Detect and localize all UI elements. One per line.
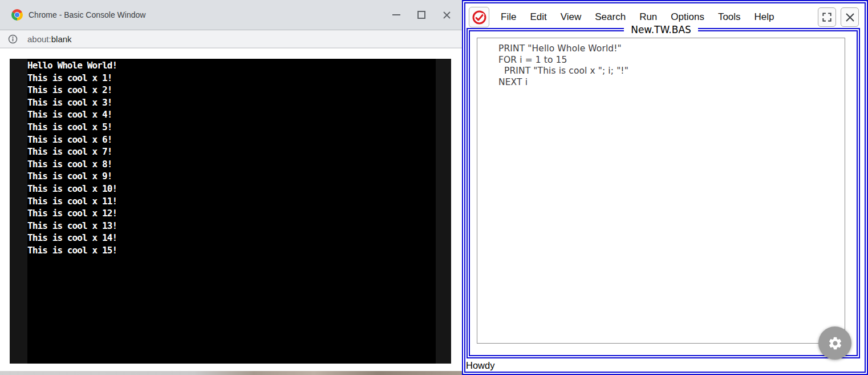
close-icon [442,10,452,20]
code-editor[interactable]: PRINT "Hello Whole World!" FOR i = 1 to … [477,38,845,344]
fullscreen-icon [821,11,833,23]
status-text: Howdy [466,360,494,371]
settings-fab-button[interactable] [818,326,851,360]
chrome-window: Chrome - Basic Console Window about:blan… [0,0,462,371]
close-button[interactable] [441,10,452,20]
menu-item-tools[interactable]: Tools [718,11,741,23]
menu-item-view[interactable]: View [561,11,582,23]
menu-item-search[interactable]: Search [595,11,626,23]
gear-icon [828,336,843,351]
document-frame: New.TW.BAS PRINT "Hello Whole World!" FO… [467,24,860,358]
maximize-button[interactable] [416,10,427,20]
chrome-window-title: Chrome - Basic Console Window [29,10,145,19]
document-title: New.TW.BAS [624,24,698,35]
ide-menu: FileEditViewSearchRunOptionsToolsHelp [501,11,774,23]
url-path: blank [51,34,72,44]
info-icon[interactable] [8,34,18,44]
menu-item-help[interactable]: Help [755,11,774,23]
minimize-icon [392,14,400,15]
console-text: Hello Whole World! This is cool x 1! Thi… [27,59,436,257]
chrome-titlebar: Chrome - Basic Console Window [0,0,462,30]
close-icon [844,11,856,23]
menu-item-options[interactable]: Options [671,11,704,23]
console-canvas: Hello Whole World! This is cool x 1! Thi… [27,59,436,364]
menu-item-edit[interactable]: Edit [530,11,546,23]
desktop-wallpaper-strip [0,370,462,375]
red-circle-check-icon [472,10,487,25]
chrome-window-controls [391,10,452,20]
basic-console-output: Hello Whole World! This is cool x 1! Thi… [10,59,451,364]
maximize-icon [417,11,425,19]
menu-item-file[interactable]: File [501,11,516,23]
chrome-logo-icon [11,9,23,21]
url-text[interactable]: about:blank [27,34,72,44]
chrome-addressbar[interactable]: about:blank [0,30,462,49]
basic-ide-window: FileEditViewSearchRunOptionsToolsHelp Ne… [462,0,868,375]
url-scheme: about: [27,34,51,44]
menu-item-run[interactable]: Run [639,11,657,23]
minimize-button[interactable] [391,10,401,20]
